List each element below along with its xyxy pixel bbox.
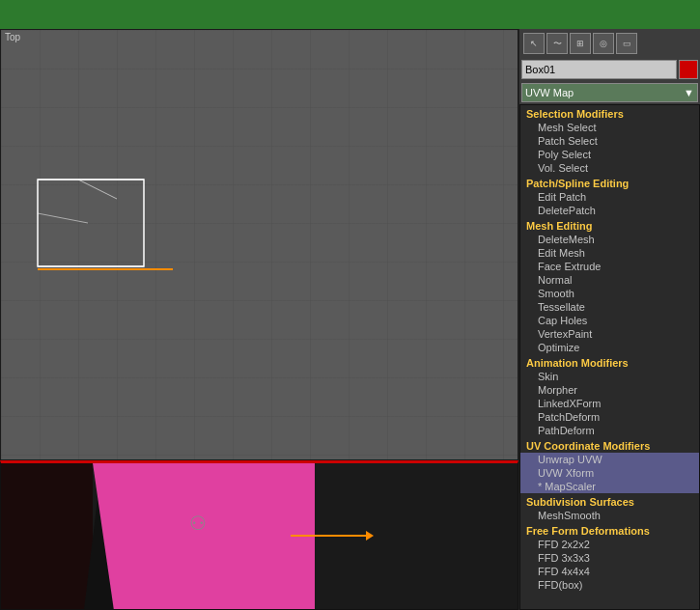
curve-icon[interactable]: 〜 <box>546 33 568 54</box>
modifier-category: Mesh Editing <box>520 217 699 233</box>
top-toolbar <box>0 0 700 29</box>
modifier-list-item[interactable]: LinkedXForm <box>520 397 699 410</box>
modifier-list-item[interactable]: FFD(box) <box>520 578 699 592</box>
modifier-list-item[interactable]: Unwrap UVW <box>520 453 699 466</box>
modifier-list-item[interactable]: Poly Select <box>520 148 699 161</box>
modifier-list-item[interactable]: FFD 3x3x3 <box>520 551 699 565</box>
modifier-list-item[interactable]: Tessellate <box>520 300 699 314</box>
name-field-row <box>519 58 700 81</box>
modifier-list-item[interactable]: PatchDeform <box>520 410 699 424</box>
svg-line-3 <box>78 180 117 199</box>
modifier-list-item[interactable]: PathDeform <box>520 424 699 437</box>
modifier-list-item[interactable]: DeleteMesh <box>520 233 699 246</box>
modifier-list-item[interactable]: Normal <box>520 273 699 287</box>
modifier-list-item[interactable]: FFD 4x4x4 <box>520 565 699 578</box>
modifier-category: Subdivision Surfaces <box>520 493 699 509</box>
bottom-viewport[interactable]: ⚇ <box>0 460 518 610</box>
color-swatch[interactable] <box>679 60 698 79</box>
viewport-label-top: Top <box>5 32 20 42</box>
pink-shape <box>93 463 315 610</box>
wireframe-svg <box>1 30 518 459</box>
modifier-list-item[interactable]: Edit Patch <box>520 190 699 204</box>
modifier-list-item[interactable]: Optimize <box>520 341 699 354</box>
modifier-list[interactable]: Selection ModifiersMesh SelectPatch Sele… <box>519 104 700 610</box>
figure-icon: ⚇ <box>189 512 207 535</box>
modifier-list-item[interactable]: Mesh Select <box>520 121 699 134</box>
arrow-indicator <box>291 535 368 537</box>
circle-icon[interactable]: ◎ <box>593 33 614 54</box>
modifier-category: Selection Modifiers <box>520 105 699 121</box>
svg-rect-0 <box>38 180 144 266</box>
dropdown-arrow-icon: ▼ <box>684 87 694 98</box>
modifier-list-item[interactable]: Smooth <box>520 287 699 300</box>
modifier-dropdown-select[interactable]: UVW Map ▼ <box>521 83 698 102</box>
modifier-list-item[interactable]: MeshSmooth <box>520 509 699 522</box>
cursor-icon[interactable]: ↖ <box>523 33 545 54</box>
modifier-list-item[interactable]: UVW Xform <box>520 466 699 480</box>
modifier-list-item[interactable]: DeletePatch <box>520 204 699 217</box>
modifier-category: Free Form Deformations <box>520 522 699 538</box>
main-layout: Top ⚇ <box>0 29 700 610</box>
object-name-input[interactable] <box>521 60 677 79</box>
modifier-list-item[interactable]: FFD 2x2x2 <box>520 538 699 551</box>
grid-icon[interactable]: ⊞ <box>570 33 591 54</box>
modifier-list-item[interactable]: Patch Select <box>520 134 699 148</box>
rect-icon[interactable]: ▭ <box>616 33 637 54</box>
viewport-area: Top ⚇ <box>0 29 518 610</box>
svg-line-4 <box>38 213 88 223</box>
modifier-dropdown-row: UVW Map ▼ <box>519 81 700 104</box>
modifier-category: Patch/Spline Editing <box>520 175 699 190</box>
modifier-list-item[interactable]: Vol. Select <box>520 161 699 175</box>
modifier-list-item[interactable]: * MapScaler <box>520 480 699 493</box>
modifier-category: UV Coordinate Modifiers <box>520 437 699 453</box>
modifier-list-item[interactable]: Morpher <box>520 383 699 397</box>
modifier-category: Animation Modifiers <box>520 354 699 370</box>
modifier-list-item[interactable]: VertexPaint <box>520 327 699 341</box>
top-viewport[interactable]: Top <box>0 29 518 460</box>
modifier-list-item[interactable]: Edit Mesh <box>520 246 699 260</box>
right-icon-toolbar: ↖ 〜 ⊞ ◎ ▭ <box>519 29 700 58</box>
modifier-list-item[interactable]: Skin <box>520 370 699 383</box>
dark-left-area <box>1 463 93 610</box>
modifier-dropdown-label: UVW Map <box>525 87 574 98</box>
modifier-list-item[interactable]: Face Extrude <box>520 260 699 273</box>
modifier-list-item[interactable]: Cap Holes <box>520 314 699 327</box>
right-panel: ↖ 〜 ⊞ ◎ ▭ UVW Map ▼ Selection ModifiersM… <box>518 29 700 610</box>
